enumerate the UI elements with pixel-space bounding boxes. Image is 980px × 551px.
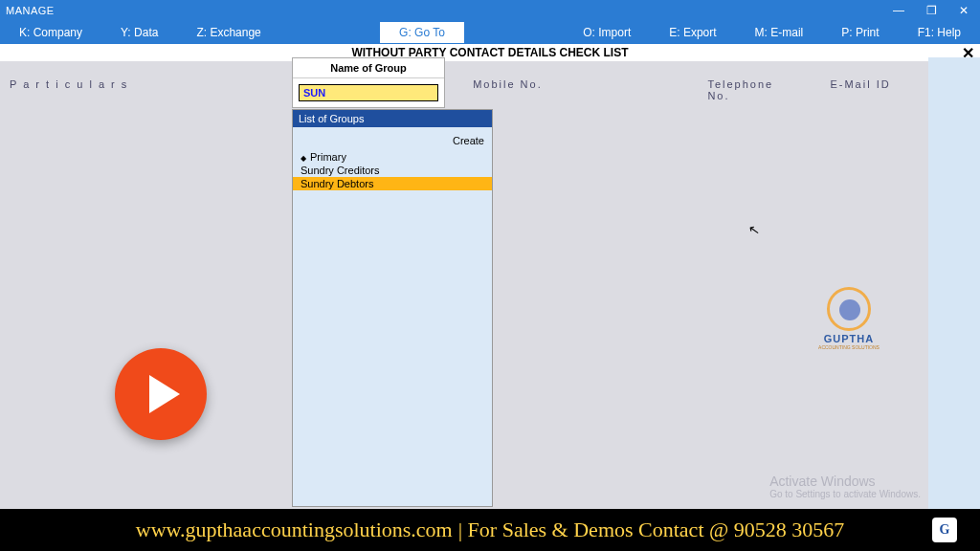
minimize-button[interactable]: — [882,0,915,21]
menu-import[interactable]: O: Import [564,21,650,44]
banner-contact: | For Sales & Demos Contact @ 90528 3056… [458,518,845,542]
footer-banner: www.gupthaaccountingsolutions.com | For … [0,509,980,551]
brand-name: GUPTHA [815,333,882,344]
menu-company[interactable]: K: Company [0,21,101,44]
menu-email[interactable]: M: E-mail [736,21,823,44]
activate-line2: Go to Settings to activate Windows. [769,489,921,499]
create-group-link[interactable]: Create [293,127,492,150]
group-item-primary[interactable]: Primary [293,150,492,164]
menu-export[interactable]: E: Export [650,21,735,44]
maximize-button[interactable]: ❐ [915,0,947,21]
banner-url: www.gupthaaccountingsolutions.com [136,518,453,542]
window-close-button[interactable]: ✕ [947,0,980,21]
brand-watermark: GUPTHA ACCOUNTING SOLUTIONS [815,287,882,350]
report-title-bar: WITHOUT PARTY CONTACT DETAILS CHECK LIST… [0,44,980,61]
col-particulars: P a r t i c u l a r s [0,78,262,101]
column-headers: P a r t i c u l a r s Mobile No. Telepho… [0,61,980,107]
col-telephone: Telephone No. [592,78,791,101]
group-dialog-header: Name of Group [293,58,444,78]
list-panel-title: List of Groups [293,110,492,127]
name-of-group-dialog: Name of Group SUN [292,57,445,108]
list-of-groups-panel: List of Groups Create Primary Sundry Cre… [292,109,493,507]
window-controls: — ❐ ✕ [882,0,980,21]
group-item-sundry-debtors[interactable]: Sundry Debtors [293,177,492,190]
menu-print[interactable]: P: Print [822,21,898,44]
brand-logo-icon [827,287,871,331]
menu-exchange[interactable]: Z: Exchange [177,21,279,44]
group-name-input[interactable]: SUN [299,84,438,101]
menu-data[interactable]: Y: Data [101,21,177,44]
activate-line1: Activate Windows [769,474,921,489]
play-button-overlay[interactable] [115,348,201,440]
menu-help[interactable]: F1: Help [899,21,980,44]
window-title: MANAGE [6,5,55,16]
right-side-panel [928,57,980,551]
banner-logo-icon: G [932,518,957,542]
brand-tagline: ACCOUNTING SOLUTIONS [815,344,882,350]
mouse-cursor-icon: ↖ [747,221,762,238]
menu-bar: K: Company Y: Data Z: Exchange G: Go To … [0,21,980,44]
activate-windows-watermark: Activate Windows Go to Settings to activ… [769,474,921,499]
group-item-sundry-creditors[interactable]: Sundry Creditors [293,164,492,177]
play-icon [115,348,207,440]
title-bar: MANAGE — ❐ ✕ [0,0,980,21]
menu-goto[interactable]: G: Go To [379,21,465,44]
